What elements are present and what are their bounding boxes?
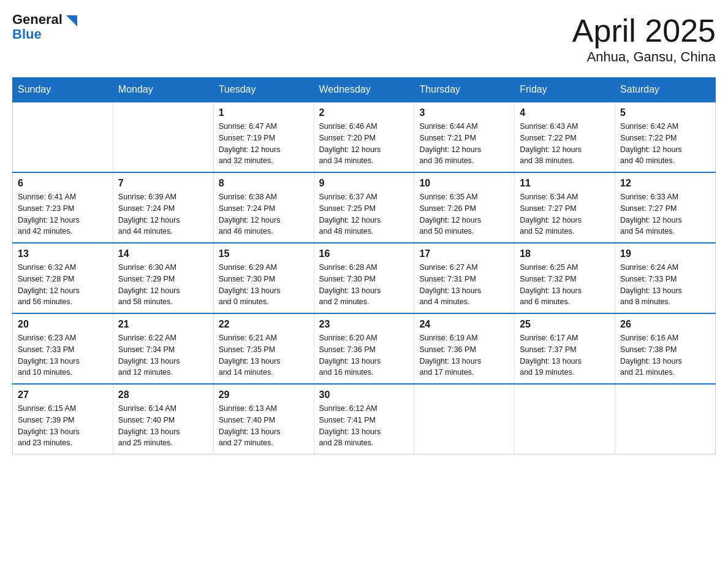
day-number: 12 — [620, 178, 710, 189]
calendar-day-cell — [113, 102, 213, 172]
day-of-week-header: Wednesday — [314, 78, 414, 102]
day-info: Sunrise: 6:28 AM Sunset: 7:30 PM Dayligh… — [319, 262, 409, 308]
calendar-day-cell: 16Sunrise: 6:28 AM Sunset: 7:30 PM Dayli… — [314, 243, 414, 313]
day-info: Sunrise: 6:43 AM Sunset: 7:22 PM Dayligh… — [520, 121, 610, 167]
day-number: 14 — [118, 248, 208, 259]
day-info: Sunrise: 6:34 AM Sunset: 7:27 PM Dayligh… — [520, 191, 610, 237]
calendar-day-cell: 6Sunrise: 6:41 AM Sunset: 7:23 PM Daylig… — [13, 172, 113, 243]
day-info: Sunrise: 6:20 AM Sunset: 7:36 PM Dayligh… — [319, 332, 409, 378]
day-number: 21 — [118, 319, 208, 330]
day-of-week-header: Monday — [113, 78, 213, 102]
day-info: Sunrise: 6:19 AM Sunset: 7:36 PM Dayligh… — [419, 332, 509, 378]
day-info: Sunrise: 6:16 AM Sunset: 7:38 PM Dayligh… — [620, 332, 710, 378]
logo-blue: Blue — [12, 27, 77, 42]
calendar-day-cell: 10Sunrise: 6:35 AM Sunset: 7:26 PM Dayli… — [414, 172, 515, 243]
logo: General Blue — [12, 12, 77, 42]
day-of-week-header: Tuesday — [213, 78, 314, 102]
day-info: Sunrise: 6:35 AM Sunset: 7:26 PM Dayligh… — [419, 191, 509, 237]
day-info: Sunrise: 6:39 AM Sunset: 7:24 PM Dayligh… — [118, 191, 208, 237]
day-number: 4 — [520, 107, 610, 118]
day-info: Sunrise: 6:47 AM Sunset: 7:19 PM Dayligh… — [219, 121, 309, 167]
day-number: 9 — [319, 178, 409, 189]
day-number: 26 — [620, 319, 710, 330]
day-number: 17 — [419, 248, 509, 259]
calendar-day-cell: 24Sunrise: 6:19 AM Sunset: 7:36 PM Dayli… — [414, 313, 515, 384]
calendar-day-cell: 1Sunrise: 6:47 AM Sunset: 7:19 PM Daylig… — [213, 102, 314, 172]
calendar-day-cell: 14Sunrise: 6:30 AM Sunset: 7:29 PM Dayli… — [113, 243, 213, 313]
day-number: 3 — [419, 107, 509, 118]
day-info: Sunrise: 6:29 AM Sunset: 7:30 PM Dayligh… — [219, 262, 309, 308]
day-number: 19 — [620, 248, 710, 259]
day-info: Sunrise: 6:38 AM Sunset: 7:24 PM Dayligh… — [219, 191, 309, 237]
calendar-day-cell — [615, 384, 716, 454]
svg-marker-0 — [66, 15, 77, 26]
calendar-day-cell: 9Sunrise: 6:37 AM Sunset: 7:25 PM Daylig… — [314, 172, 414, 243]
day-info: Sunrise: 6:24 AM Sunset: 7:33 PM Dayligh… — [620, 262, 710, 308]
day-info: Sunrise: 6:13 AM Sunset: 7:40 PM Dayligh… — [219, 403, 309, 449]
calendar-day-cell — [414, 384, 515, 454]
day-of-week-header: Thursday — [414, 78, 515, 102]
day-number: 29 — [219, 389, 309, 400]
day-number: 2 — [319, 107, 409, 118]
day-of-week-header: Friday — [515, 78, 615, 102]
day-info: Sunrise: 6:25 AM Sunset: 7:32 PM Dayligh… — [520, 262, 610, 308]
calendar-day-cell — [515, 384, 615, 454]
day-info: Sunrise: 6:30 AM Sunset: 7:29 PM Dayligh… — [118, 262, 208, 308]
day-info: Sunrise: 6:12 AM Sunset: 7:41 PM Dayligh… — [319, 403, 409, 449]
day-info: Sunrise: 6:32 AM Sunset: 7:28 PM Dayligh… — [18, 262, 108, 308]
calendar-day-cell: 18Sunrise: 6:25 AM Sunset: 7:32 PM Dayli… — [515, 243, 615, 313]
calendar-day-cell: 28Sunrise: 6:14 AM Sunset: 7:40 PM Dayli… — [113, 384, 213, 454]
day-of-week-header: Sunday — [13, 78, 113, 102]
day-number: 30 — [319, 389, 409, 400]
calendar-week-row: 27Sunrise: 6:15 AM Sunset: 7:39 PM Dayli… — [13, 384, 716, 454]
day-info: Sunrise: 6:23 AM Sunset: 7:33 PM Dayligh… — [18, 332, 108, 378]
day-info: Sunrise: 6:17 AM Sunset: 7:37 PM Dayligh… — [520, 332, 610, 378]
day-info: Sunrise: 6:41 AM Sunset: 7:23 PM Dayligh… — [18, 191, 108, 237]
calendar-day-cell: 11Sunrise: 6:34 AM Sunset: 7:27 PM Dayli… — [515, 172, 615, 243]
calendar-header-row: SundayMondayTuesdayWednesdayThursdayFrid… — [13, 78, 716, 102]
calendar-day-cell: 12Sunrise: 6:33 AM Sunset: 7:27 PM Dayli… — [615, 172, 716, 243]
calendar-day-cell: 29Sunrise: 6:13 AM Sunset: 7:40 PM Dayli… — [213, 384, 314, 454]
page-header: General Blue April 2025 Anhua, Gansu, Ch… — [12, 12, 716, 65]
day-number: 24 — [419, 319, 509, 330]
calendar-day-cell: 4Sunrise: 6:43 AM Sunset: 7:22 PM Daylig… — [515, 102, 615, 172]
calendar-day-cell: 20Sunrise: 6:23 AM Sunset: 7:33 PM Dayli… — [13, 313, 113, 384]
calendar-day-cell: 19Sunrise: 6:24 AM Sunset: 7:33 PM Dayli… — [615, 243, 716, 313]
calendar-week-row: 20Sunrise: 6:23 AM Sunset: 7:33 PM Dayli… — [13, 313, 716, 384]
page-title: April 2025 — [572, 12, 716, 49]
day-info: Sunrise: 6:27 AM Sunset: 7:31 PM Dayligh… — [419, 262, 509, 308]
day-of-week-header: Saturday — [615, 78, 716, 102]
calendar-day-cell: 2Sunrise: 6:46 AM Sunset: 7:20 PM Daylig… — [314, 102, 414, 172]
day-number: 10 — [419, 178, 509, 189]
day-number: 27 — [18, 389, 108, 400]
calendar-day-cell: 8Sunrise: 6:38 AM Sunset: 7:24 PM Daylig… — [213, 172, 314, 243]
day-number: 15 — [219, 248, 309, 259]
day-info: Sunrise: 6:37 AM Sunset: 7:25 PM Dayligh… — [319, 191, 409, 237]
calendar-day-cell: 3Sunrise: 6:44 AM Sunset: 7:21 PM Daylig… — [414, 102, 515, 172]
calendar-week-row: 6Sunrise: 6:41 AM Sunset: 7:23 PM Daylig… — [13, 172, 716, 243]
day-number: 5 — [620, 107, 710, 118]
day-number: 6 — [18, 178, 108, 189]
calendar-week-row: 1Sunrise: 6:47 AM Sunset: 7:19 PM Daylig… — [13, 102, 716, 172]
calendar-day-cell: 17Sunrise: 6:27 AM Sunset: 7:31 PM Dayli… — [414, 243, 515, 313]
calendar-day-cell: 21Sunrise: 6:22 AM Sunset: 7:34 PM Dayli… — [113, 313, 213, 384]
day-number: 16 — [319, 248, 409, 259]
logo-triangle-icon — [64, 13, 77, 26]
day-info: Sunrise: 6:33 AM Sunset: 7:27 PM Dayligh… — [620, 191, 710, 237]
page-subtitle: Anhua, Gansu, China — [572, 49, 716, 65]
logo-general: General — [12, 12, 63, 27]
day-number: 11 — [520, 178, 610, 189]
day-number: 18 — [520, 248, 610, 259]
calendar-day-cell: 23Sunrise: 6:20 AM Sunset: 7:36 PM Dayli… — [314, 313, 414, 384]
day-number: 7 — [118, 178, 208, 189]
day-number: 20 — [18, 319, 108, 330]
calendar-table: SundayMondayTuesdayWednesdayThursdayFrid… — [12, 77, 716, 454]
day-info: Sunrise: 6:22 AM Sunset: 7:34 PM Dayligh… — [118, 332, 208, 378]
calendar-day-cell: 25Sunrise: 6:17 AM Sunset: 7:37 PM Dayli… — [515, 313, 615, 384]
day-info: Sunrise: 6:46 AM Sunset: 7:20 PM Dayligh… — [319, 121, 409, 167]
title-block: April 2025 Anhua, Gansu, China — [572, 12, 716, 65]
calendar-week-row: 13Sunrise: 6:32 AM Sunset: 7:28 PM Dayli… — [13, 243, 716, 313]
calendar-day-cell: 13Sunrise: 6:32 AM Sunset: 7:28 PM Dayli… — [13, 243, 113, 313]
day-number: 28 — [118, 389, 208, 400]
calendar-day-cell: 30Sunrise: 6:12 AM Sunset: 7:41 PM Dayli… — [314, 384, 414, 454]
